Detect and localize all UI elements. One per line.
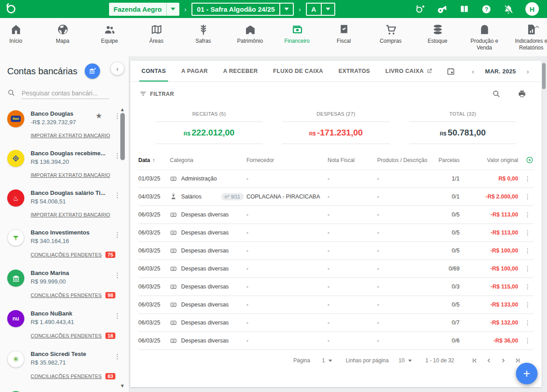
table-row[interactable]: 06/03/25 Despesas diversas - - - 0/7 -R$…: [138, 314, 533, 332]
star-icon[interactable]: ★: [96, 110, 102, 120]
account-action-link[interactable]: IMPORTAR EXTRATO BANCÁRIO: [31, 172, 110, 178]
row-kebab-menu-icon[interactable]: ⋮: [522, 175, 533, 182]
kebab-menu-icon[interactable]: ⋮: [109, 229, 122, 239]
row-kebab-menu-icon[interactable]: ⋮: [522, 283, 533, 290]
avatar[interactable]: H: [525, 2, 539, 16]
book-icon[interactable]: [459, 4, 470, 14]
season-selector[interactable]: 01 - Safra Algodão 24/25: [191, 3, 294, 16]
nav-item-fiscal[interactable]: Fiscal: [326, 23, 361, 45]
bank-account-item[interactable]: Banco Douglas recebime... R$ 136.394,20 …: [0, 146, 129, 178]
bank-account-item[interactable]: ✳ Banco Sicredi Teste R$ 35.982,71 ⋮ CON…: [0, 347, 129, 379]
cell-date: 01/03/25: [138, 176, 170, 182]
table-row[interactable]: 06/03/25 Despesas diversas - - - 0/5 -R$…: [138, 206, 533, 224]
nav-item-compras[interactable]: Compras: [373, 23, 408, 45]
tab-fluxo-de-caixa[interactable]: FLUXO DE CAIXA: [265, 61, 331, 81]
table-row[interactable]: 06/03/25 Despesas diversas - - - 0/5 -R$…: [138, 224, 533, 242]
nav-item-estoque[interactable]: Estoque: [420, 23, 455, 45]
table-search-icon[interactable]: [492, 90, 501, 98]
kebab-menu-icon[interactable]: ⋮: [109, 150, 122, 160]
bank-account-item[interactable]: nu Banco NuBank R$ 1.490.443,41 ⋮ CONCIL…: [0, 306, 129, 339]
account-action-link[interactable]: CONCILIAÇÕES PENDENTES: [31, 252, 102, 257]
help-icon[interactable]: ?: [481, 4, 492, 14]
row-kebab-menu-icon[interactable]: ⋮: [522, 265, 533, 272]
account-action-link[interactable]: IMPORTAR EXTRATO BANCÁRIO: [31, 212, 110, 217]
previous-page-button[interactable]: [485, 356, 493, 365]
bank-account-item[interactable]: ♨ Banco Douglas salário Ti... R$ 54.008,…: [0, 185, 129, 217]
row-kebab-menu-icon[interactable]: ⋮: [522, 301, 533, 308]
account-action-link[interactable]: CONCILIAÇÕES PENDENTES: [31, 374, 102, 379]
row-kebab-menu-icon[interactable]: ⋮: [522, 229, 533, 236]
table-row[interactable]: 06/03/25 Despesas diversas - - - 0/3 -R$…: [138, 278, 533, 296]
sidebar-scroll-up-arrow[interactable]: ▲: [120, 107, 125, 112]
search-bank-accounts-input[interactable]: [22, 88, 109, 99]
nav-item-patrimonio[interactable]: Patrimônio: [232, 23, 268, 45]
column-header-categoria[interactable]: Categoria: [170, 157, 246, 163]
page-selector[interactable]: Página 1: [293, 357, 332, 364]
window-scrollbar-thumb[interactable]: [542, 63, 546, 89]
column-header-produtos[interactable]: Produtos / Descrição: [377, 157, 433, 163]
row-kebab-menu-icon[interactable]: ⋮: [522, 193, 533, 200]
last-page-button[interactable]: [514, 356, 522, 365]
account-action-link[interactable]: IMPORTAR EXTRATO BANCÁRIO: [31, 133, 110, 138]
key-icon[interactable]: [437, 4, 447, 14]
next-page-button[interactable]: [499, 356, 507, 365]
tab-a-pagar[interactable]: A PAGAR: [173, 61, 215, 81]
account-action-link[interactable]: CONCILIAÇÕES PENDENTES: [31, 293, 102, 298]
nav-item-safras[interactable]: Safras: [186, 23, 221, 45]
table-row[interactable]: 06/03/25 Despesas diversas - - - 0/6 -R$…: [138, 332, 533, 350]
nav-item-producao-venda[interactable]: Produção e Venda: [467, 23, 502, 51]
kebab-menu-icon[interactable]: ⋮: [109, 310, 122, 320]
kebab-menu-icon[interactable]: ⋮: [109, 351, 122, 360]
column-header-fornecedor[interactable]: Fornecedor: [246, 157, 328, 163]
money-category-icon: [170, 283, 177, 290]
org-selector[interactable]: A: [306, 3, 335, 16]
bank-account-item[interactable]: Itaú Banco Douglas -R$ 2.329.732,97 ★ ⋮ …: [0, 106, 129, 138]
calendar-icon[interactable]: [447, 67, 455, 76]
row-kebab-menu-icon[interactable]: ⋮: [522, 211, 533, 218]
sidebar-scrollbar-thumb[interactable]: [120, 113, 125, 160]
account-action-link[interactable]: CONCILIAÇÕES PENDENTES: [31, 333, 102, 338]
previous-month-chevron[interactable]: ‹: [470, 68, 476, 75]
column-header-nota-fiscal[interactable]: Nota Fiscal: [328, 157, 377, 163]
first-page-button[interactable]: [470, 356, 479, 365]
row-kebab-menu-icon[interactable]: ⋮: [522, 319, 533, 326]
nav-item-indicadores-relatorios[interactable]: Indicadores e Relatórios: [514, 23, 547, 51]
tab-contas[interactable]: CONTAS: [134, 61, 173, 81]
period-navigator: ‹ MAR. 2025 ›: [447, 67, 538, 76]
bank-account-item[interactable]: BANCO TESTE BRUNA R$ 4.459,51 ⋮: [0, 387, 129, 392]
collapse-sidebar-button[interactable]: ‹: [111, 62, 124, 75]
table-row[interactable]: 04/03/25 Salários n° 9/11 COPLACANA - PI…: [138, 188, 533, 206]
nav-item-inicio[interactable]: Início: [0, 23, 33, 45]
kebab-menu-icon[interactable]: ⋮: [109, 270, 122, 279]
next-month-chevron[interactable]: ›: [525, 68, 531, 75]
row-kebab-menu-icon[interactable]: ⋮: [522, 247, 533, 254]
row-kebab-menu-icon[interactable]: ⋮: [522, 337, 533, 344]
table-row[interactable]: 06/03/25 Despesas diversas - - - 0/69 -R…: [138, 260, 533, 278]
tab-extratos[interactable]: EXTRATOS: [331, 61, 378, 81]
column-header-parcelas[interactable]: Parcelas: [433, 157, 460, 163]
kebab-menu-icon[interactable]: ⋮: [109, 189, 122, 199]
add-transaction-fab[interactable]: +: [516, 363, 538, 384]
farm-selector[interactable]: Fazenda Aegro: [109, 3, 179, 16]
column-header-valor-original[interactable]: Valor original: [460, 157, 518, 163]
filter-button[interactable]: FILTRAR: [139, 90, 174, 98]
column-header-data[interactable]: Data↑: [138, 157, 170, 163]
notifications-off-icon[interactable]: [503, 4, 514, 14]
print-icon[interactable]: [518, 90, 526, 98]
table-row[interactable]: 06/03/25 Despesas diversas - - - 0/5 -R$…: [138, 242, 533, 260]
nav-item-areas[interactable]: Áreas: [139, 23, 174, 45]
sidebar-scroll-down-arrow[interactable]: ▼: [120, 383, 125, 388]
tab-a-receber[interactable]: A RECEBER: [215, 61, 265, 81]
table-row[interactable]: 01/03/25 Administração - - - 1/1 R$ 0,00…: [138, 170, 533, 188]
nav-item-equipe[interactable]: Equipe: [92, 23, 127, 45]
nav-item-financeiro[interactable]: Financeiro: [279, 23, 315, 45]
collapse-nav-chevron-up-icon[interactable]: [533, 23, 541, 32]
bank-account-item[interactable]: Banco Marina R$ 99.999,00 ⋮ CONCILIAÇÕES…: [0, 266, 129, 298]
tab-livro-caixa[interactable]: LIVRO CAIXA: [378, 61, 440, 81]
bank-account-item[interactable]: Banco Investimentos R$ 340.164,16 ⋮ CONC…: [0, 225, 129, 258]
nav-item-mapa[interactable]: Mapa: [45, 23, 80, 45]
table-row[interactable]: 06/03/25 Despesas diversas - - - 0/5 -R$…: [138, 296, 533, 314]
add-bank-account-button[interactable]: [85, 63, 100, 79]
rows-per-page-selector[interactable]: Linhas por página 10: [346, 357, 412, 364]
invite-user-icon[interactable]: [415, 4, 425, 14]
